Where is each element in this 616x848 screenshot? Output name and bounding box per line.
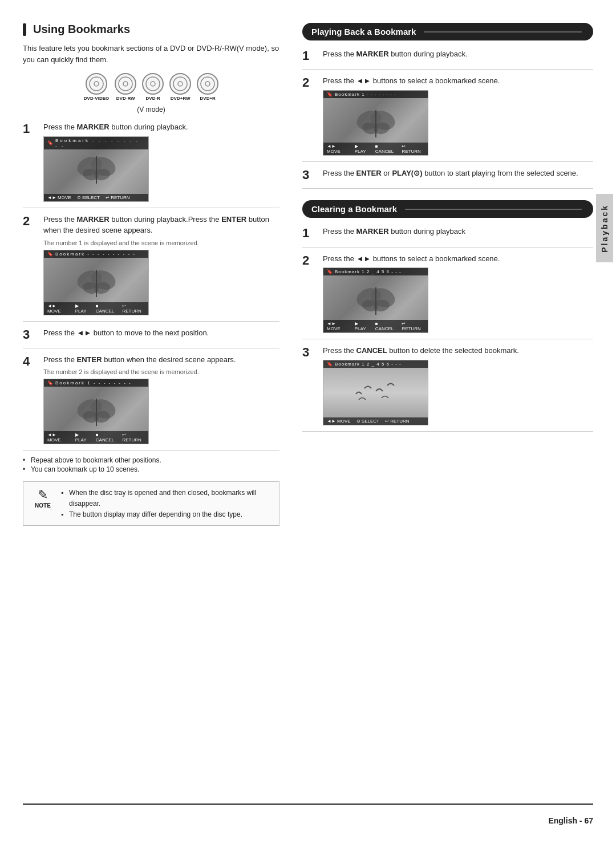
clear-step-3-num: 3 xyxy=(302,345,318,360)
step-3-content: Press the ◄► button to move to the next … xyxy=(43,327,279,342)
right-step-2-screen: 🔖 Bookmark 1 - - - - - - - - ◄► MOVE ▶ P… xyxy=(323,90,428,156)
svg-point-0 xyxy=(90,77,103,91)
right-column: Playing Back a Bookmark 1 Press the MARK… xyxy=(302,23,593,798)
playing-back-section: Playing Back a Bookmark 1 Press the MARK… xyxy=(302,23,593,189)
note-box: ✎ NOTE When the disc tray is opened and … xyxy=(23,481,279,526)
right-screen2-footer: ◄► MOVE ▶ PLAY ■ CANCEL ↩ RETURN xyxy=(323,143,428,155)
right-step-2-text: Press the ◄► buttons to select a bookmar… xyxy=(323,75,593,87)
screen2-bar: 🔖 Bookmark - - - - - - - - - - xyxy=(44,250,148,258)
svg-point-9 xyxy=(205,82,210,86)
clear-step-1: 1 Press the MARKER button during playbac… xyxy=(302,226,593,247)
step-4-screen: 🔖 Bookmark 1 - - - - - - - - ◄► MOVE ▶ P… xyxy=(43,379,149,444)
svg-point-3 xyxy=(123,82,128,86)
section-title: Using Bookmarks xyxy=(23,23,279,36)
clear-step-2-screen: 🔖 Bookmark 1 2 _ 4 5 6 - - - ◄► MOVE ▶ P… xyxy=(323,267,428,333)
clearing-title: Clearing a Bookmark xyxy=(302,200,593,218)
playback-tab: Playback xyxy=(596,194,613,262)
step-2-screen: 🔖 Bookmark - - - - - - - - - - ◄► MOVE ▶… xyxy=(43,250,149,315)
left-step-3: 3 Press the ◄► button to move to the nex… xyxy=(23,327,279,348)
right-step-3-content: Press the ENTER or PLAY(⊙) button to sta… xyxy=(323,168,593,182)
svg-point-1 xyxy=(94,82,99,86)
left-column: Using Bookmarks This feature lets you bo… xyxy=(23,23,285,798)
left-step-1: 1 Press the MARKER button during playbac… xyxy=(23,121,279,208)
clear-step-2: 2 Press the ◄► buttons to select a bookm… xyxy=(302,253,593,340)
note-text: When the disc tray is opened and then cl… xyxy=(61,488,272,520)
clear-step-2-num: 2 xyxy=(302,253,318,268)
bullet-1: Repeat above to bookmark other positions… xyxy=(23,456,279,464)
step-1-screen: 🔖 Bookmark - - - - - - - - - - ◄► MOVE ⊙… xyxy=(43,136,149,202)
svg-point-2 xyxy=(119,77,132,91)
page-number: English - 67 xyxy=(548,816,593,825)
step-4-num: 4 xyxy=(23,354,39,369)
icon-dvd-plus-r: DVD+R xyxy=(197,73,218,101)
note-icon: ✎ xyxy=(38,488,48,502)
right-step-1-num: 1 xyxy=(302,48,318,63)
playing-back-title: Playing Back a Bookmark xyxy=(302,23,593,40)
screen4-footer: ◄► MOVE ▶ PLAY ■ CANCEL ↩ RETURN xyxy=(44,431,148,444)
clear-screen2-bar: 🔖 Bookmark 1 2 _ 4 5 6 - - - xyxy=(323,268,428,275)
step-4-text: Press the ENTER button when the desired … xyxy=(43,354,279,366)
clear-step-2-content: Press the ◄► buttons to select a bookmar… xyxy=(323,253,593,334)
section-title-text: Using Bookmarks xyxy=(33,23,130,36)
right-step-1-content: Press the MARKER button during playback. xyxy=(323,48,593,63)
step-3-num: 3 xyxy=(23,327,39,342)
clear-screen3-footer: ◄► MOVE ⊙ SELECT ↩ RETURN xyxy=(323,417,428,425)
clear-step-3-screen: 🔖 Bookmark 1 2 _ 4 5 6 - - - ◄► MOVE ⊙ S… xyxy=(323,360,428,425)
right-step-1-text: Press the MARKER button during playback. xyxy=(323,48,593,60)
clearing-section: Clearing a Bookmark 1 Press the MARKER b… xyxy=(302,200,593,431)
page: Using Bookmarks This feature lets you bo… xyxy=(0,0,616,848)
icon-dvd-rw: DVD-RW xyxy=(115,73,136,101)
svg-point-6 xyxy=(173,77,187,91)
clear-step-1-text: Press the MARKER button during playback xyxy=(323,226,593,237)
right-step-3-num: 3 xyxy=(302,168,318,182)
screen1-footer: ◄► MOVE ⊙ SELECT ↩ RETURN xyxy=(44,194,148,201)
right-step-3: 3 Press the ENTER or PLAY(⊙) button to s… xyxy=(302,168,593,189)
right-step-2-num: 2 xyxy=(302,75,318,90)
step-1-content: Press the MARKER button during playback. xyxy=(43,121,279,202)
step-2-num: 2 xyxy=(23,214,39,229)
step-4-content: Press the ENTER button when the desired … xyxy=(43,354,279,445)
note-item-2: The button display may differ depending … xyxy=(61,509,272,520)
right-screen2-bar: 🔖 Bookmark 1 - - - - - - - - xyxy=(323,91,428,98)
clear-step-2-text: Press the ◄► buttons to select a bookmar… xyxy=(323,253,593,265)
step-2-content: Press the MARKER button during playback.… xyxy=(43,214,279,315)
step-4-subtext: The number 2 is displayed and the scene … xyxy=(43,368,279,375)
right-step-1: 1 Press the MARKER button during playbac… xyxy=(302,48,593,70)
svg-point-5 xyxy=(151,82,155,86)
icon-dvd-r: DVD-R xyxy=(142,73,164,101)
vmode-label: (V mode) xyxy=(23,106,279,113)
clear-step-1-content: Press the MARKER button during playback xyxy=(323,226,593,241)
step-2-subtext: The number 1 is displayed and the scene … xyxy=(43,240,279,246)
svg-point-7 xyxy=(178,82,183,86)
icons-row: DVD-VIDEO DVD-RW DVD-R xyxy=(23,73,279,101)
icon-dvd-plus-rw: DVD+RW xyxy=(169,73,191,101)
step-2-text: Press the MARKER button during playback.… xyxy=(43,214,279,236)
icon-dvd-video: DVD-VIDEO xyxy=(84,73,109,101)
clear-step-3-content: Press the CANCEL button to delete the se… xyxy=(323,345,593,425)
bullets: Repeat above to bookmark other positions… xyxy=(23,456,279,473)
screen4-bar: 🔖 Bookmark 1 - - - - - - - - xyxy=(44,379,148,387)
step-3-text: Press the ◄► button to move to the next … xyxy=(43,327,279,339)
screen2-footer: ◄► MOVE ▶ PLAY ■ CANCEL ↩ RETURN xyxy=(44,302,148,315)
page-footer: English - 67 xyxy=(23,804,593,825)
clear-screen2-footer: ◄► MOVE ▶ PLAY ■ CANCEL ↩ RETURN xyxy=(323,320,428,332)
clear-step-3: 3 Press the CANCEL button to delete the … xyxy=(302,345,593,432)
clear-step-3-text: Press the CANCEL button to delete the se… xyxy=(323,345,593,356)
svg-point-8 xyxy=(201,77,214,91)
clear-step-1-num: 1 xyxy=(302,226,318,241)
bullet-2: You can bookmark up to 10 scenes. xyxy=(23,465,279,473)
step-1-num: 1 xyxy=(23,121,39,136)
svg-point-4 xyxy=(146,77,160,91)
right-step-2: 2 Press the ◄► buttons to select a bookm… xyxy=(302,75,593,162)
note-item-1: When the disc tray is opened and then cl… xyxy=(61,488,272,509)
left-step-4: 4 Press the ENTER button when the desire… xyxy=(23,354,279,451)
step-1-text: Press the MARKER button during playback. xyxy=(43,121,279,133)
clear-screen3-bar: 🔖 Bookmark 1 2 _ 4 5 6 - - - xyxy=(323,360,428,368)
screen1-bar: 🔖 Bookmark - - - - - - - - - - xyxy=(44,137,148,149)
intro-text: This feature lets you bookmark sections … xyxy=(23,43,279,65)
right-step-2-content: Press the ◄► buttons to select a bookmar… xyxy=(323,75,593,156)
left-step-2: 2 Press the MARKER button during playbac… xyxy=(23,214,279,322)
note-label: NOTE xyxy=(35,502,51,509)
right-step-3-text: Press the ENTER or PLAY(⊙) button to sta… xyxy=(323,168,593,179)
